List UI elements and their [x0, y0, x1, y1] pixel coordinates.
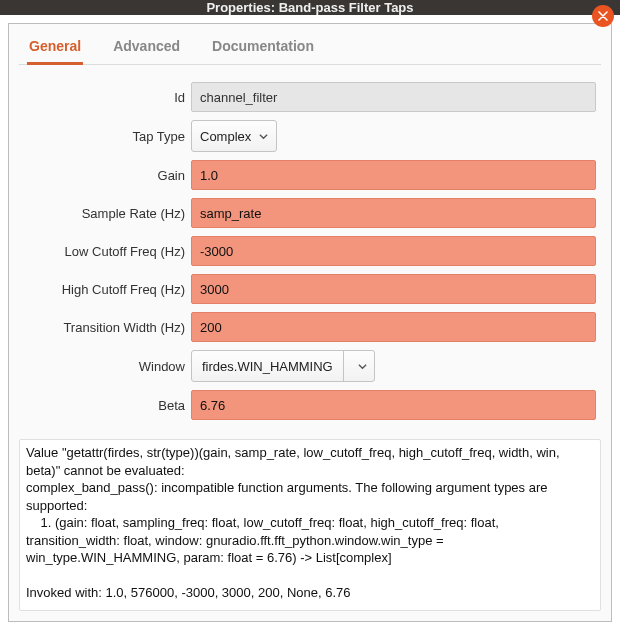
- close-icon: [598, 11, 608, 21]
- label-window: Window: [139, 359, 185, 374]
- sample-rate-field[interactable]: [191, 198, 596, 228]
- tab-bar: General Advanced Documentation: [19, 24, 601, 65]
- gain-field[interactable]: [191, 160, 596, 190]
- label-beta: Beta: [158, 398, 185, 413]
- low-cutoff-field[interactable]: [191, 236, 596, 266]
- id-field[interactable]: [191, 82, 596, 112]
- tab-general[interactable]: General: [27, 34, 83, 64]
- tab-advanced[interactable]: Advanced: [111, 34, 182, 64]
- label-id: Id: [174, 90, 185, 105]
- titlebar: Properties: Band-pass Filter Taps: [0, 0, 620, 15]
- content-panel: General Advanced Documentation Id Tap Ty…: [8, 23, 612, 622]
- tap-type-value: Complex: [200, 129, 251, 144]
- tab-label: General: [29, 38, 81, 54]
- beta-field[interactable]: [191, 390, 596, 420]
- window-dropdown-button[interactable]: [344, 362, 374, 371]
- label-gain: Gain: [158, 168, 185, 183]
- transition-width-field[interactable]: [191, 312, 596, 342]
- window-title: Properties: Band-pass Filter Taps: [206, 0, 413, 15]
- error-message: Value "getattr(firdes, str(type))(gain, …: [19, 439, 601, 611]
- window-value-text: firdes.WIN_HAMMING: [202, 359, 333, 374]
- tap-type-dropdown[interactable]: Complex: [191, 120, 277, 152]
- close-button[interactable]: [592, 5, 614, 27]
- form-area: Id Tap Type Complex: [19, 65, 601, 431]
- high-cutoff-field[interactable]: [191, 274, 596, 304]
- chevron-down-icon: [259, 132, 268, 141]
- footer-bar: OK Cancel Apply: [0, 630, 620, 638]
- tab-label: Documentation: [212, 38, 314, 54]
- label-sample-rate: Sample Rate (Hz): [82, 206, 185, 221]
- label-transition-width: Transition Width (Hz): [63, 320, 185, 335]
- label-low-cutoff: Low Cutoff Freq (Hz): [65, 244, 185, 259]
- window-dropdown[interactable]: firdes.WIN_HAMMING: [191, 350, 375, 382]
- chevron-down-icon: [358, 362, 367, 371]
- form-table: Id Tap Type Complex: [23, 75, 597, 427]
- dialog-window: Properties: Band-pass Filter Taps Genera…: [0, 0, 620, 638]
- tab-label: Advanced: [113, 38, 180, 54]
- label-high-cutoff: High Cutoff Freq (Hz): [62, 282, 185, 297]
- tab-documentation[interactable]: Documentation: [210, 34, 316, 64]
- window-value: firdes.WIN_HAMMING: [192, 351, 344, 381]
- label-tap-type: Tap Type: [132, 129, 185, 144]
